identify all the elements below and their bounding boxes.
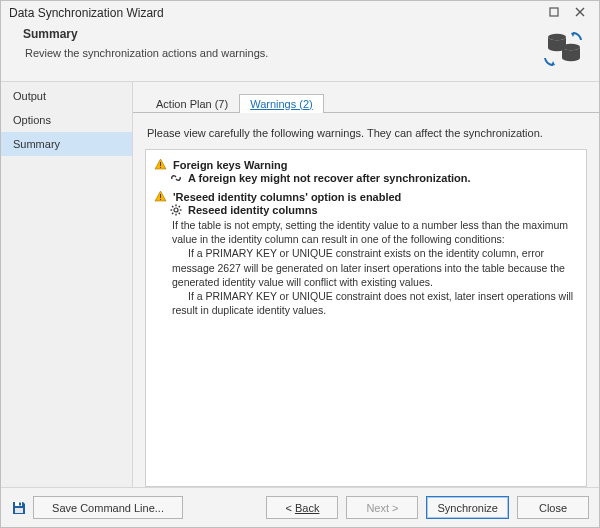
warning-row: Foreign keys Warning [154,158,578,171]
svg-rect-4 [160,167,161,168]
svg-line-14 [179,206,180,207]
tab-bar: Action Plan (7) Warnings (2) [145,90,599,112]
svg-rect-17 [19,502,21,505]
svg-rect-5 [160,194,161,198]
page-title: Summary [23,27,541,41]
next-button: Next > [346,496,418,519]
back-button[interactable]: < Back [266,496,338,519]
svg-rect-6 [160,199,161,200]
sidebar-item-output[interactable]: Output [1,84,132,108]
svg-rect-18 [15,508,23,513]
wizard-body: Output Options Summary Action Plan (7) W… [1,82,599,487]
warnings-intro: Please view carefully the following warn… [147,127,585,139]
synchronize-button[interactable]: Synchronize [426,496,509,519]
save-group: Save Command Line... [11,496,183,519]
warning-description: If the table is not empty, setting the i… [172,218,574,317]
tab-content: Please view carefully the following warn… [133,112,599,487]
page-subtitle: Review the synchronization actions and w… [23,47,541,59]
next-button-label: Next > [366,502,398,514]
warning-icon [154,158,167,171]
warning-subtitle: Reseed identity columns [188,204,318,216]
svg-line-12 [172,206,173,207]
svg-line-13 [179,213,180,214]
sidebar-item-options[interactable]: Options [1,108,132,132]
svg-point-2 [562,44,580,50]
save-command-line-button[interactable]: Save Command Line... [33,496,183,519]
header-text: Summary Review the synchronization actio… [23,27,541,59]
back-button-label: Back [295,502,319,514]
close-icon [575,7,585,17]
save-icon [11,500,27,516]
sidebar: Output Options Summary [1,82,133,487]
wizard-footer: Save Command Line... < Back Next > Synch… [1,487,599,527]
svg-line-15 [172,213,173,214]
gear-icon [170,204,182,216]
svg-rect-3 [160,162,161,166]
warning-subtitle: A foreign key might not recover after sy… [188,172,471,184]
wizard-window: Data Synchronization Wizard Summary Revi… [0,0,600,528]
warning-desc-line: If a PRIMARY KEY or UNIQUE constraint do… [172,289,574,317]
svg-rect-0 [550,8,558,16]
svg-point-7 [174,208,178,212]
titlebar: Data Synchronization Wizard [1,1,599,25]
window-title: Data Synchronization Wizard [9,6,541,20]
warning-sub-row: A foreign key might not recover after sy… [170,172,578,184]
warnings-list: Foreign keys Warning A foreign key might… [145,149,587,487]
warning-title: 'Reseed identity columns' option is enab… [173,191,401,203]
maximize-button[interactable] [541,6,567,20]
warning-sub-row: Reseed identity columns [170,204,578,216]
tab-action-plan[interactable]: Action Plan (7) [145,94,239,113]
warning-row: 'Reseed identity columns' option is enab… [154,190,578,203]
warning-desc-line: If the table is not empty, setting the i… [172,219,568,245]
tab-warnings[interactable]: Warnings (2) [239,94,324,113]
warning-title: Foreign keys Warning [173,159,288,171]
main-pane: Action Plan (7) Warnings (2) Please view… [133,82,599,487]
warning-icon [154,190,167,203]
close-button[interactable] [567,6,593,20]
svg-point-1 [548,34,566,40]
link-icon [170,172,182,184]
sidebar-item-summary[interactable]: Summary [1,132,132,156]
maximize-icon [549,7,559,17]
warning-desc-line: If a PRIMARY KEY or UNIQUE constraint ex… [172,246,574,289]
wizard-header: Summary Review the synchronization actio… [1,25,599,82]
close-button[interactable]: Close [517,496,589,519]
sync-databases-icon [541,27,585,71]
